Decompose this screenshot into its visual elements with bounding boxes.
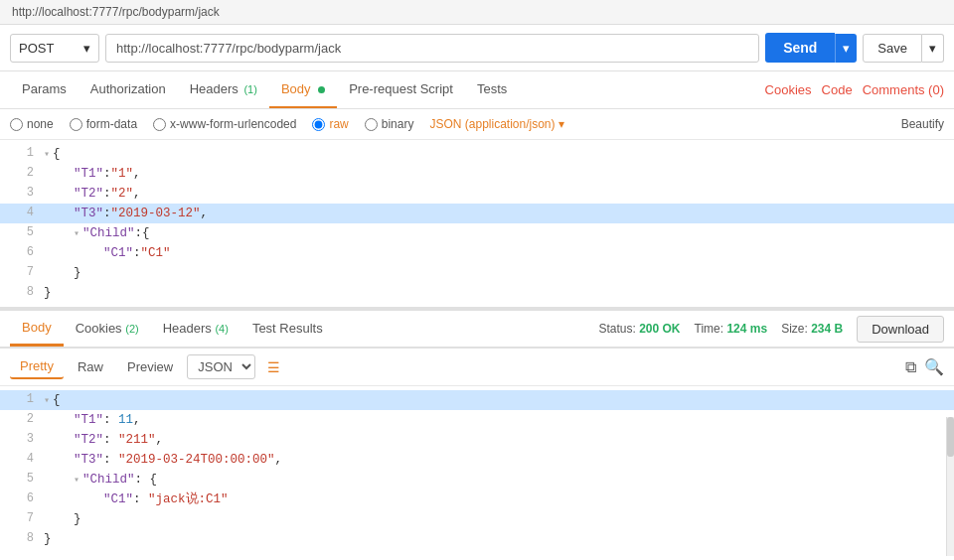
- request-code-editor[interactable]: 1 ▾{ 2 "T1":"1", 3 "T2":"2", 4 "T3":"201…: [0, 140, 954, 308]
- resp-code-line-7: 7 }: [0, 509, 954, 529]
- response-status-area: Status: 200 OK Time: 124 ms Size: 234 B …: [598, 316, 944, 343]
- resp-code-line-4: 4 "T3": "2019-03-24T00:00:00",: [0, 450, 954, 470]
- copy-icon[interactable]: ⧉: [905, 358, 916, 376]
- format-type-select[interactable]: JSON: [187, 354, 255, 379]
- resp-code-line-2: 2 "T1": 11,: [0, 410, 954, 430]
- format-preview-button[interactable]: Preview: [117, 355, 183, 378]
- response-format-row: Pretty Raw Preview JSON ☰ ⧉ 🔍: [0, 349, 954, 386]
- body-options-row: none form-data x-www-form-urlencoded raw…: [0, 109, 954, 140]
- resp-code-line-3: 3 "T2": "211",: [0, 430, 954, 450]
- scrollbar-thumb[interactable]: [947, 417, 954, 457]
- headers-badge: (1): [243, 83, 256, 95]
- req-code-line-6: 6 "C1":"C1": [0, 243, 954, 263]
- option-raw[interactable]: raw: [312, 117, 348, 131]
- request-tabs-row: Params Authorization Headers (1) Body Pr…: [0, 71, 954, 109]
- tabs-right-actions: Cookies Code Comments (0): [765, 82, 944, 97]
- beautify-button[interactable]: Beautify: [901, 117, 944, 131]
- save-dropdown-button[interactable]: ▾: [922, 34, 944, 63]
- resp-cookies-badge: (2): [125, 323, 138, 335]
- option-urlencoded[interactable]: x-www-form-urlencoded: [153, 117, 296, 131]
- response-tabs-row: Body Cookies (2) Headers (4) Test Result…: [0, 308, 954, 349]
- resp-tab-headers[interactable]: Headers (4): [151, 312, 240, 347]
- tab-headers[interactable]: Headers (1): [178, 71, 269, 108]
- cookies-link[interactable]: Cookies: [765, 82, 812, 97]
- window-url: http://localhost:7777/rpc/bodyparm/jack: [12, 5, 220, 19]
- search-icon[interactable]: 🔍: [924, 357, 944, 376]
- option-binary[interactable]: binary: [365, 117, 414, 131]
- req-code-line-8: 8 }: [0, 283, 954, 303]
- req-code-line-7: 7 }: [0, 263, 954, 283]
- req-code-line-1: 1 ▾{: [0, 144, 954, 164]
- body-dot: [318, 86, 325, 93]
- response-code-editor[interactable]: 1 ▾{ 2 "T1": 11, 3 "T2": "211", 4 "T3": …: [0, 386, 954, 553]
- tab-tests[interactable]: Tests: [465, 71, 519, 108]
- status-value: 200 OK: [639, 322, 680, 336]
- save-button[interactable]: Save: [863, 34, 922, 63]
- request-bar: POST ▾ Send ▾ Save ▾: [0, 25, 954, 71]
- resp-tab-cookies[interactable]: Cookies (2): [64, 312, 151, 347]
- resp-headers-badge: (4): [215, 323, 228, 335]
- download-button[interactable]: Download: [857, 316, 944, 343]
- json-format-chevron-icon: ▾: [558, 117, 564, 131]
- resp-code-line-8: 8 }: [0, 529, 954, 549]
- req-code-line-3: 3 "T2":"2",: [0, 184, 954, 204]
- json-format-label: JSON (application/json): [429, 117, 555, 131]
- time-label: Time: 124 ms: [695, 322, 768, 336]
- wrap-icon[interactable]: ☰: [263, 357, 283, 377]
- scrollbar[interactable]: [946, 417, 954, 556]
- method-select[interactable]: POST ▾: [10, 34, 99, 63]
- json-format-select[interactable]: JSON (application/json) ▾: [429, 117, 563, 131]
- method-label: POST: [19, 41, 54, 56]
- send-dropdown-button[interactable]: ▾: [835, 34, 857, 63]
- resp-code-line-5: 5 ▾"Child": {: [0, 470, 954, 490]
- send-button-group: Send ▾: [765, 33, 857, 63]
- time-value: 124 ms: [726, 322, 767, 336]
- title-bar: http://localhost:7777/rpc/bodyparm/jack: [0, 0, 954, 25]
- url-input[interactable]: [105, 34, 759, 63]
- size-value: 234 B: [811, 322, 843, 336]
- send-button[interactable]: Send: [765, 33, 835, 63]
- comments-link[interactable]: Comments (0): [863, 82, 944, 97]
- resp-expand-icon-5[interactable]: ▾: [74, 475, 80, 486]
- option-form-data[interactable]: form-data: [70, 117, 137, 131]
- tab-authorization[interactable]: Authorization: [79, 71, 178, 108]
- code-link[interactable]: Code: [822, 82, 853, 97]
- status-label: Status: 200 OK: [598, 322, 680, 336]
- expand-icon-1[interactable]: ▾: [44, 149, 50, 160]
- format-right-icons: ⧉ 🔍: [905, 357, 944, 376]
- resp-tab-test-results[interactable]: Test Results: [240, 312, 335, 347]
- resp-tab-body[interactable]: Body: [10, 311, 64, 347]
- method-chevron-icon: ▾: [83, 41, 90, 56]
- format-raw-button[interactable]: Raw: [68, 355, 113, 378]
- save-button-group: Save ▾: [863, 34, 944, 63]
- req-code-line-2: 2 "T1":"1",: [0, 164, 954, 184]
- resp-expand-icon-1[interactable]: ▾: [44, 395, 50, 406]
- option-none[interactable]: none: [10, 117, 54, 131]
- resp-code-line-6: 6 "C1": "jack说:C1": [0, 490, 954, 509]
- req-code-line-5: 5 ▾"Child":{: [0, 223, 954, 243]
- resp-code-line-1: 1 ▾{: [0, 390, 954, 410]
- tab-params[interactable]: Params: [10, 71, 79, 108]
- expand-icon-5[interactable]: ▾: [74, 228, 80, 239]
- size-label: Size: 234 B: [781, 322, 843, 336]
- tab-pre-request-script[interactable]: Pre-request Script: [337, 71, 465, 108]
- format-pretty-button[interactable]: Pretty: [10, 354, 64, 379]
- tab-body[interactable]: Body: [269, 71, 337, 108]
- req-code-line-4: 4 "T3":"2019-03-12",: [0, 204, 954, 223]
